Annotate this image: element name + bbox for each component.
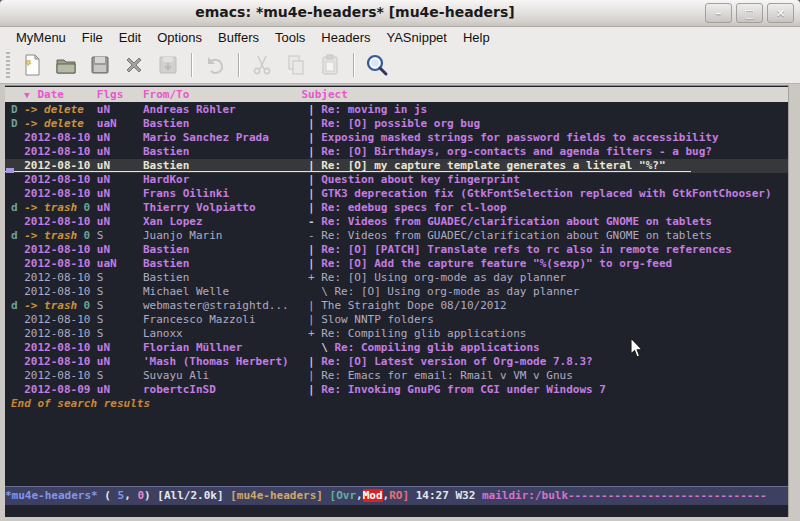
flags-cell: S xyxy=(97,299,104,313)
from-cell: Francesco Mazzoli xyxy=(143,313,256,327)
search-icon[interactable] xyxy=(360,50,394,80)
toolbar-grip-icon[interactable] xyxy=(6,52,10,78)
message-row[interactable]: d-> trash0uNThierry Volpiatto|Re: edebug… xyxy=(5,201,789,215)
date-cell: 2012-08-10 xyxy=(24,173,90,187)
subject-cell: Re: Compiling glib applications xyxy=(334,341,539,355)
column-header-fromto[interactable]: From/To xyxy=(143,88,189,102)
menu-item-mymenu[interactable]: MyMenu xyxy=(8,28,74,47)
message-row[interactable]: d-> trash0Swebmaster@straightd...|The St… xyxy=(5,299,789,313)
flags-cell: S xyxy=(97,327,104,341)
modeline-seg-teal: [Ovr xyxy=(330,489,357,502)
menu-item-yasnippet[interactable]: YASnippet xyxy=(378,28,454,47)
maximize-button[interactable]: □ xyxy=(736,3,763,23)
thread-prefix: | xyxy=(308,369,315,383)
from-cell: Thierry Volpiatto xyxy=(143,201,256,215)
copy-icon[interactable] xyxy=(279,50,313,80)
modeline-seg-buffer: *mu4e-headers* xyxy=(5,489,98,502)
message-row[interactable]: 2012-08-10SFrancesco Mazzoli|Slow NNTP f… xyxy=(5,313,789,327)
thread-prefix: | xyxy=(308,131,315,145)
from-cell: Bastien xyxy=(143,243,189,257)
modeline-seg-plain: , xyxy=(124,489,137,502)
date-cell: 2012-08-10 xyxy=(24,285,90,299)
undo-icon[interactable] xyxy=(198,50,232,80)
menu-item-help[interactable]: Help xyxy=(455,28,498,47)
message-row[interactable]: D-> deleteuaNBastien|Re: [O] possible or… xyxy=(5,117,789,131)
message-row[interactable]: 2012-08-10uNXan Lopez-Re: Videos from GU… xyxy=(5,215,789,229)
modeline-seg-plain xyxy=(323,489,330,502)
menu-item-options[interactable]: Options xyxy=(149,28,210,47)
titlebar[interactable]: emacs: *mu4e-headers* [mu4e-headers] –□✕ xyxy=(0,0,800,27)
message-row[interactable]: 2012-08-09uNrobertcInSD|Re: Invoking Gnu… xyxy=(5,383,789,397)
flags-cell: uN xyxy=(97,355,110,369)
message-row[interactable]: 2012-08-10uNFrans Oilinki|GTK3 deprecati… xyxy=(5,187,789,201)
flags-cell: S xyxy=(97,369,104,383)
frame-border-left xyxy=(0,85,5,517)
mark-char: d xyxy=(11,299,18,313)
from-cell: Frans Oilinki xyxy=(143,187,229,201)
thread-prefix: \ xyxy=(321,285,328,299)
thread-prefix: + xyxy=(308,271,315,285)
scrollbar[interactable] xyxy=(788,85,800,517)
new-file-icon[interactable] xyxy=(15,50,49,80)
minimize-button[interactable]: – xyxy=(705,3,732,23)
sort-direction-icon[interactable]: ▼ xyxy=(24,88,29,102)
message-row[interactable]: 2012-08-10uNBastien|Re: [O] Birthdays, o… xyxy=(5,145,789,159)
column-header-date[interactable]: Date xyxy=(37,88,64,102)
thread-prefix: | xyxy=(308,201,315,215)
menu-item-headers[interactable]: Headers xyxy=(313,28,378,47)
column-header-subject[interactable]: Subject xyxy=(301,88,347,102)
message-row[interactable]: 2012-08-10uaNBastien|Re: [O] Add the cap… xyxy=(5,257,789,271)
modeline-seg-modflag: Mod xyxy=(363,489,383,502)
menu-item-tools[interactable]: Tools xyxy=(267,28,313,47)
menu-item-buffers[interactable]: Buffers xyxy=(210,28,267,47)
message-row[interactable]: d-> trash0SJuanjo Marin-Re: Videos from … xyxy=(5,229,789,243)
message-row[interactable]: 2012-08-10uNBastien|Re: [O] [PATCH] Tran… xyxy=(5,243,789,257)
cut-icon[interactable] xyxy=(245,50,279,80)
save-icon[interactable] xyxy=(83,50,117,80)
thread-prefix: | xyxy=(308,173,315,187)
message-row[interactable]: D-> deleteuNAndreas Röhler|Re: moving in… xyxy=(5,103,789,117)
message-row[interactable]: 2012-08-10uNBastien|Re: [O] my capture t… xyxy=(5,159,789,173)
modeline-seg-plain: ) xyxy=(144,489,157,502)
thread-prefix: \ xyxy=(321,341,328,355)
message-row[interactable]: 2012-08-10SSuvayu Ali|Re: Emacs for emai… xyxy=(5,369,789,383)
menu-item-file[interactable]: File xyxy=(74,28,111,47)
message-row[interactable]: 2012-08-10uNMario Sanchez Prada|Exposing… xyxy=(5,131,789,145)
flags-cell: uaN xyxy=(97,117,117,131)
subject-cell: Re: [O] Birthdays, org-contacts and agen… xyxy=(321,145,712,159)
menu-item-edit[interactable]: Edit xyxy=(111,28,149,47)
mark-action: -> trash xyxy=(24,201,77,215)
thread-prefix: | xyxy=(308,117,315,131)
frame-border-bottom xyxy=(0,517,800,521)
mark-char: D xyxy=(11,117,18,131)
toolbar-separator xyxy=(238,53,239,77)
paste-icon[interactable] xyxy=(313,50,347,80)
mark-action: -> trash xyxy=(24,299,77,313)
size-cell: 0 xyxy=(84,229,91,243)
close-button[interactable]: ✕ xyxy=(767,3,794,23)
thread-prefix: | xyxy=(308,355,315,369)
flags-cell: uN xyxy=(97,215,110,229)
open-folder-icon[interactable] xyxy=(49,50,83,80)
column-header-flgs[interactable]: Flgs xyxy=(97,88,124,102)
message-row[interactable]: 2012-08-10SLanoxx+Re: Compiling glib app… xyxy=(5,327,789,341)
message-row[interactable]: 2012-08-10uNFlorian Müllner\Re: Compilin… xyxy=(5,341,789,355)
message-row[interactable]: 2012-08-10SBastien+Re: [O] Using org-mod… xyxy=(5,271,789,285)
from-cell: Andreas Röhler xyxy=(143,103,236,117)
buffer-area: ▼DateFlgsFrom/ToSubject D-> deleteuNAndr… xyxy=(5,85,789,518)
subject-cell: Question about key fingerprint xyxy=(321,173,520,187)
flags-cell: S xyxy=(97,271,104,285)
thread-prefix: | xyxy=(308,257,315,271)
message-row[interactable]: 2012-08-10SMichael Welle\Re: [O] Using o… xyxy=(5,285,789,299)
message-row[interactable]: 2012-08-10uN'Mash (Thomas Herbert)|Re: [… xyxy=(5,355,789,369)
flags-cell: uN xyxy=(97,243,110,257)
current-row-underline xyxy=(5,171,691,172)
subject-cell: Slow NNTP folders xyxy=(321,313,434,327)
mark-char: D xyxy=(11,103,18,117)
modeline[interactable]: *mu4e-headers* ( 5, 0) [All/2.0k] [mu4e-… xyxy=(5,486,789,505)
emacs-window: emacs: *mu4e-headers* [mu4e-headers] –□✕… xyxy=(0,0,800,521)
date-cell: 2012-08-10 xyxy=(24,341,90,355)
save-as-icon[interactable] xyxy=(151,50,185,80)
delete-icon[interactable] xyxy=(117,50,151,80)
message-row[interactable]: 2012-08-10uNHardKor|Question about key f… xyxy=(5,173,789,187)
